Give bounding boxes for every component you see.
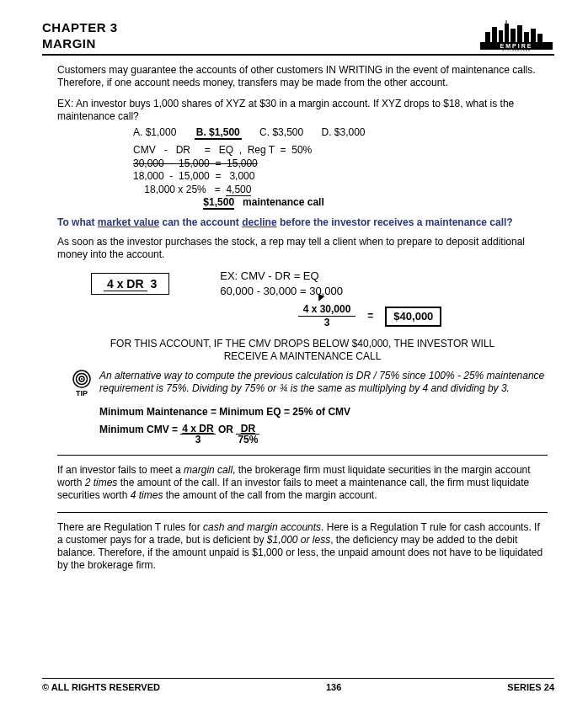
equals-sign: = (367, 310, 373, 323)
result-fraction: 4 x 30,000 3 (298, 303, 356, 329)
center-note: FOR THIS ACCOUNT, IF THE CMV DROPS BELOW… (92, 338, 513, 363)
result-row: 4 x 30,000 3 = $40,000 (192, 303, 548, 329)
italic-term: $1,000 or less (267, 534, 330, 546)
svg-rect-6 (524, 32, 529, 42)
text: the amount of the call from the margin a… (163, 489, 377, 501)
or-text: OR (216, 424, 237, 435)
answer-choices: A. $1,000 B. $1,500 C. $3,500 D. $3,000 (133, 126, 548, 139)
result-box: $40,000 (385, 307, 441, 327)
answer-b: B. $1,500 (195, 126, 242, 140)
fraction-bottom: 3 (298, 317, 356, 329)
eq-line: EX: CMV - DR = EQ (220, 269, 343, 283)
page-header: CHAPTER 3 MARGIN EMPIRE STOCKBROKER (42, 20, 554, 56)
calc-line: CMV - DR = EQ , Reg T = 50% (133, 144, 312, 156)
tip-row: TIP An alternative way to compute the pr… (72, 370, 548, 398)
fraction: DR75% (236, 424, 259, 445)
paragraph: As soon as the investor purchases the st… (57, 236, 548, 261)
page-footer: © ALL RIGHTS RESERVED 136 SERIES 24 (42, 678, 554, 694)
calculation-block-1: CMV - DR = EQ , Reg T = 50% 30,000 - 15,… (133, 144, 548, 210)
answer-c: C. $3,500 (259, 126, 303, 138)
svg-rect-5 (517, 25, 522, 42)
answer-a: A. $1,000 (133, 126, 176, 138)
answer-d: D. $3,000 (322, 126, 366, 138)
separator (57, 512, 548, 513)
chapter-topic: MARGIN (42, 36, 118, 52)
italic-term: cash and margin accounts (203, 521, 321, 533)
reg-t-paragraph: There are Regulation T rules for cash an… (57, 521, 548, 572)
text: To what (57, 216, 98, 228)
series-label: SERIES 24 (507, 682, 554, 694)
text: can the account (159, 216, 242, 228)
svg-rect-3 (505, 24, 509, 42)
calc-line: 18,000 - 15,000 = 3,000 (133, 170, 254, 182)
text: There are Regulation T rules for (57, 521, 203, 533)
example1-question: EX: An investor buys 1,000 shares of XYZ… (57, 98, 548, 123)
tip-label: TIP (76, 389, 88, 397)
frac-bot: 75% (236, 435, 259, 445)
frac-top: 4 x DR (180, 424, 215, 435)
svg-rect-0 (485, 32, 490, 42)
svg-rect-7 (531, 29, 536, 42)
page: CHAPTER 3 MARGIN EMPIRE STOCKBROKER Cu (0, 0, 588, 704)
underlined-term: decline (242, 216, 276, 228)
min-cmv-line: Minimum CMV = 4 x DR3 OR DR75% (99, 424, 548, 445)
svg-rect-8 (537, 34, 543, 42)
frac-bot: 3 (180, 435, 215, 445)
formula-denominator: 3 (150, 277, 157, 291)
skyline-icon: EMPIRE STOCKBROKER (478, 20, 554, 52)
publisher-logo: EMPIRE STOCKBROKER (478, 20, 554, 52)
fraction: 4 x DR3 (180, 424, 215, 445)
text: Minimum CMV = (99, 424, 180, 435)
page-content: Customers may guarantee the accounts of … (42, 64, 554, 572)
formula-numerator: 4 x DR (104, 277, 147, 291)
tip-text: An alternative way to compute the previo… (99, 370, 548, 395)
svg-rect-4 (510, 29, 516, 42)
page-number: 136 (326, 682, 341, 694)
underlined-term: market value (98, 216, 159, 228)
italic-term: margin call (184, 464, 233, 476)
italic-term: 4 times (131, 489, 163, 501)
margin-call-paragraph: If an investor fails to meet a margin ca… (57, 464, 548, 502)
min-maintenance-line: Minimum Maintenance = Minimum EQ = 25% o… (99, 406, 548, 419)
separator (57, 455, 548, 456)
text: If an investor fails to meet a (57, 464, 184, 476)
example2-equation: EX: CMV - DR = EQ 60,000 - 30,000 = 30,0… (220, 269, 343, 299)
logo-text-bot: STOCKBROKER (502, 49, 531, 52)
svg-rect-2 (499, 30, 503, 42)
calc-line: 18,000 x 25% = (133, 184, 226, 195)
calc-result: $1,500 (203, 196, 234, 210)
calc-label: maintenance call (234, 196, 324, 208)
chapter-number: CHAPTER 3 (42, 20, 118, 36)
chapter-title: CHAPTER 3 MARGIN (42, 20, 118, 52)
italic-term: 2 times (85, 477, 118, 488)
calc-pad (133, 196, 203, 208)
svg-rect-1 (492, 27, 497, 42)
sub-question-heading: To what market value can the account dec… (57, 216, 548, 229)
text: before the investor receives a maintenan… (277, 216, 513, 228)
logo-text-top: EMPIRE (500, 43, 533, 49)
copyright: © ALL RIGHTS RESERVED (42, 682, 160, 694)
fraction-top: 4 x 30,000 (298, 303, 356, 317)
formula-box: 4 x DR 3 (91, 273, 169, 295)
intro-paragraph: Customers may guarantee the accounts of … (57, 64, 548, 89)
frac-top: DR (236, 424, 259, 435)
target-icon (72, 370, 91, 388)
svg-point-14 (81, 378, 83, 380)
calc-line-strike: 30,000 - 15,000 = 15,000 (133, 157, 258, 169)
minimum-formulas: Minimum Maintenance = Minimum EQ = 25% o… (99, 406, 548, 445)
calc-underline: 4,500 (226, 184, 251, 196)
tip-icon: TIP (72, 370, 91, 398)
